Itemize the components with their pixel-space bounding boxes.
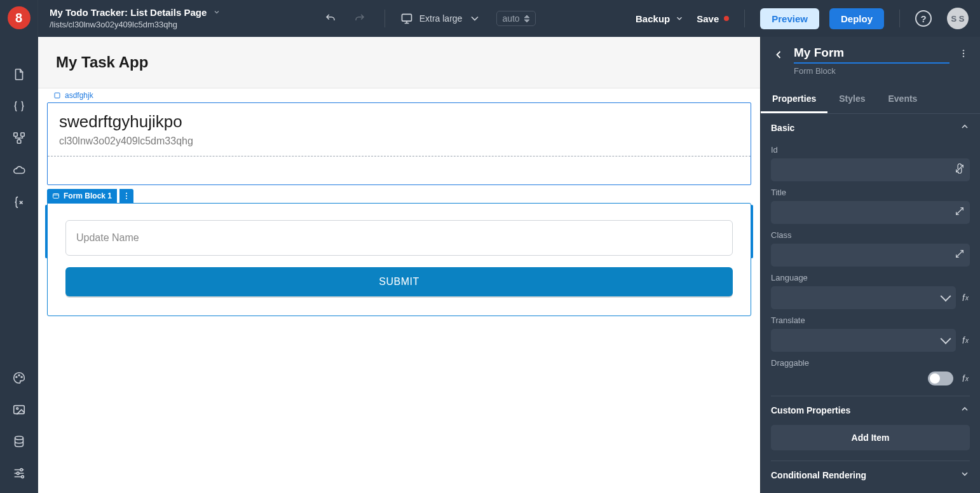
divider	[385, 10, 385, 27]
chevron-up-icon	[960, 122, 970, 134]
fx-icon[interactable]: fx	[961, 373, 970, 384]
tree-icon[interactable]	[12, 131, 26, 145]
page-title-block: My Todo Tracker: List Details Page /list…	[50, 7, 221, 30]
fx-icon[interactable]: fx	[961, 335, 970, 345]
input-title[interactable]	[771, 201, 970, 224]
svg-point-15	[126, 193, 127, 194]
image-icon[interactable]	[12, 403, 26, 417]
add-item-button[interactable]: Add Item	[771, 425, 970, 450]
fx-icon[interactable]: fx	[961, 293, 970, 303]
card-node-tag[interactable]: asdfghjk	[47, 88, 95, 102]
field-title	[771, 201, 970, 224]
svg-rect-13	[55, 93, 60, 98]
card-spacer	[59, 156, 739, 176]
input-class[interactable]	[771, 244, 970, 267]
form-block-tag-row: Form Block 1	[47, 189, 751, 203]
field-language: fx	[771, 286, 970, 309]
svg-point-19	[963, 53, 964, 54]
select-translate[interactable]	[771, 329, 956, 352]
inspector-panel: My Form Form Block Properties Styles Eve…	[760, 37, 980, 493]
rail-group-top	[12, 67, 26, 209]
tab-events[interactable]: Events	[877, 86, 929, 113]
card-subtext: cl30lnw3o02y409lc5dm33qhg	[59, 135, 739, 147]
backup-label: Backup	[636, 13, 670, 24]
chevron-down-icon	[960, 469, 970, 481]
expand-icon[interactable]	[955, 163, 965, 176]
section-basic-header[interactable]: Basic	[771, 114, 970, 139]
top-bar: My Todo Tracker: List Details Page /list…	[38, 0, 980, 37]
svg-point-17	[126, 198, 127, 199]
app-logo[interactable]: 8	[8, 6, 31, 29]
divider	[899, 10, 900, 27]
submit-button[interactable]: SUBMIT	[65, 267, 733, 296]
unsaved-indicator-icon	[724, 16, 729, 21]
card-tag-label: asdfghjk	[65, 91, 93, 100]
undo-button[interactable]	[321, 9, 340, 28]
form-tag-label: Form Block 1	[64, 191, 112, 200]
divider	[744, 10, 745, 27]
inspector-menu-button[interactable]	[958, 48, 969, 61]
work-area: My Task App asdfghjk swedrftgyhujikpo cl…	[38, 37, 980, 493]
section-custom-header[interactable]: Custom Properties	[771, 396, 970, 421]
user-avatar[interactable]: S S	[947, 8, 969, 29]
backup-button[interactable]: Backup	[636, 13, 684, 24]
palette-icon[interactable]	[12, 371, 26, 385]
expand-icon[interactable]	[955, 206, 965, 219]
inspector-tabs: Properties Styles Events	[761, 86, 980, 114]
label-translate: Translate	[771, 316, 970, 325]
label-id: Id	[771, 145, 970, 155]
field-draggable: fx	[771, 371, 970, 385]
svg-point-4	[18, 375, 20, 376]
viewport-selector[interactable]: Extra large	[400, 12, 482, 25]
update-name-input[interactable]	[65, 220, 733, 256]
save-button[interactable]: Save	[697, 13, 729, 24]
select-translate-wrap	[771, 329, 956, 352]
form-block[interactable]: SUBMIT	[47, 203, 751, 316]
section-conditional-label: Conditional Rendering	[771, 470, 866, 480]
expand-icon[interactable]	[955, 249, 965, 261]
svg-point-16	[126, 195, 127, 197]
database-icon[interactable]	[12, 434, 26, 448]
help-button[interactable]: ?	[915, 10, 932, 27]
card-block[interactable]: swedrftgyhujikpo cl30lnw3o02y409lc5dm33q…	[47, 102, 751, 185]
tab-properties[interactable]: Properties	[761, 86, 827, 113]
tab-styles[interactable]: Styles	[827, 86, 876, 113]
select-language[interactable]	[771, 286, 956, 309]
back-button[interactable]	[772, 48, 785, 64]
input-id[interactable]	[771, 158, 970, 181]
braces-icon[interactable]	[12, 99, 26, 113]
form-block-menu[interactable]	[119, 189, 133, 203]
form-block-tag[interactable]: Form Block 1	[47, 189, 117, 203]
main-column: My Todo Tracker: List Details Page /list…	[38, 0, 980, 493]
svg-rect-2	[17, 140, 21, 144]
left-rail: 8	[0, 0, 38, 493]
redo-button	[350, 9, 369, 28]
deploy-button[interactable]: Deploy	[829, 8, 884, 29]
field-id	[771, 158, 970, 181]
toggle-draggable[interactable]	[928, 371, 953, 385]
svg-point-10	[17, 472, 19, 475]
inspector-title-col: My Form Form Block	[794, 46, 949, 76]
spinner-icon	[524, 15, 530, 23]
page-title: My Todo Tracker: List Details Page	[50, 7, 207, 18]
label-class: Class	[771, 230, 970, 240]
svg-point-9	[20, 469, 22, 471]
app-title: My Task App	[56, 53, 742, 71]
svg-rect-0	[13, 133, 17, 137]
svg-point-5	[21, 377, 22, 378]
inspector-title: My Form	[794, 46, 949, 64]
settings-sliders-icon[interactable]	[12, 466, 26, 480]
select-language-wrap	[771, 286, 956, 309]
page-icon[interactable]	[12, 67, 26, 81]
preview-button[interactable]: Preview	[760, 8, 819, 29]
chevron-down-icon	[213, 7, 221, 18]
svg-rect-14	[53, 194, 59, 198]
section-conditional-header[interactable]: Conditional Rendering	[771, 461, 970, 486]
zoom-selector[interactable]: auto	[496, 11, 535, 26]
page-title-row[interactable]: My Todo Tracker: List Details Page	[50, 7, 221, 18]
page-path: /lists/cl30lnw3o02y409lc5dm33qhg	[50, 20, 221, 30]
inspector-scroll[interactable]: Basic Id Title	[761, 114, 980, 493]
function-icon[interactable]	[12, 195, 26, 209]
cloud-icon[interactable]	[12, 163, 26, 177]
section-custom-label: Custom Properties	[771, 405, 850, 415]
